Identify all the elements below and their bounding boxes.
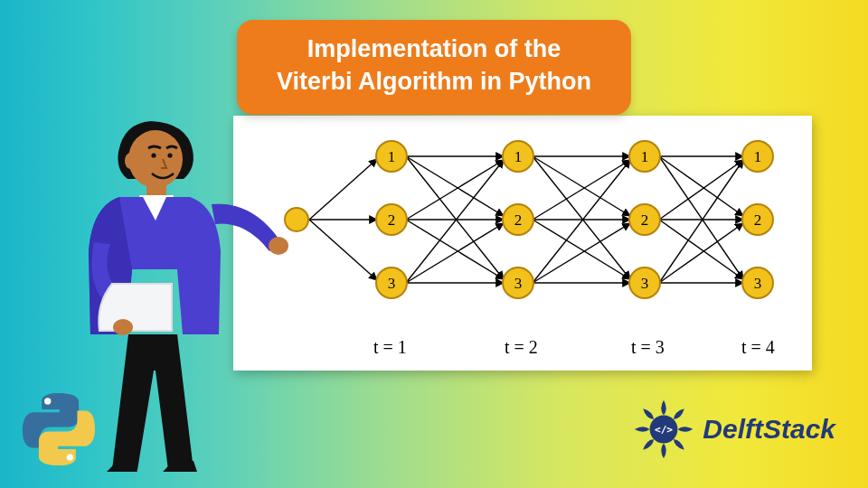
trellis-col-3: 1 2 3 xyxy=(629,141,660,298)
svg-line-27 xyxy=(659,160,743,283)
svg-text:1: 1 xyxy=(754,148,762,165)
svg-line-8 xyxy=(406,220,504,279)
svg-line-0 xyxy=(309,159,377,220)
svg-text:3: 3 xyxy=(754,275,762,292)
svg-point-57 xyxy=(151,153,156,157)
svg-point-62 xyxy=(44,398,51,404)
svg-line-17 xyxy=(533,220,630,279)
svg-line-9 xyxy=(406,160,504,283)
svg-text:1: 1 xyxy=(641,148,649,165)
svg-text:2: 2 xyxy=(754,211,762,229)
svg-point-55 xyxy=(128,130,183,188)
svg-text:1: 1 xyxy=(388,148,396,165)
delftstack-logo: </> DelftStack xyxy=(632,398,835,461)
svg-point-61 xyxy=(113,319,133,335)
trellis-col-1: 1 2 3 xyxy=(376,141,407,298)
title-banner: Implementation of the Viterbi Algorithm … xyxy=(237,20,631,115)
trellis-board: 1 2 3 1 2 3 1 2 3 1 2 3 t = 1 t = 2 t = … xyxy=(233,116,812,371)
svg-line-4 xyxy=(406,156,504,216)
svg-line-23 xyxy=(659,156,743,279)
svg-line-24 xyxy=(659,160,743,220)
svg-line-22 xyxy=(659,156,743,216)
svg-line-18 xyxy=(533,160,630,283)
svg-point-58 xyxy=(167,153,172,157)
time-label-3: t = 3 xyxy=(631,337,665,358)
svg-line-10 xyxy=(406,223,504,283)
svg-text:2: 2 xyxy=(388,211,396,229)
svg-line-6 xyxy=(406,160,504,220)
svg-line-5 xyxy=(406,156,504,279)
presenter-illustration xyxy=(65,107,300,482)
svg-text:2: 2 xyxy=(641,211,649,229)
time-label-1: t = 1 xyxy=(373,337,407,358)
svg-line-15 xyxy=(533,160,630,220)
svg-line-19 xyxy=(533,223,630,283)
svg-text:3: 3 xyxy=(388,275,396,292)
svg-rect-59 xyxy=(146,184,166,197)
brand-name: DelftStack xyxy=(703,414,835,445)
title-line-1: Implementation of the xyxy=(307,35,561,62)
svg-line-2 xyxy=(309,220,377,280)
time-label-4: t = 4 xyxy=(741,337,775,358)
svg-point-56 xyxy=(125,153,136,169)
svg-text:3: 3 xyxy=(641,275,649,292)
trellis-col-4: 1 2 3 xyxy=(742,141,773,298)
svg-text:3: 3 xyxy=(514,275,523,292)
svg-point-60 xyxy=(269,237,288,255)
svg-line-14 xyxy=(533,156,630,279)
title-line-2: Viterbi Algorithm in Python xyxy=(277,68,591,95)
svg-text:2: 2 xyxy=(514,211,523,229)
svg-line-28 xyxy=(659,223,743,283)
delftstack-icon: </> xyxy=(632,398,695,461)
svg-line-13 xyxy=(533,156,630,216)
svg-text:</>: </> xyxy=(655,424,673,436)
trellis-col-2: 1 2 3 xyxy=(503,141,533,298)
time-label-2: t = 2 xyxy=(505,337,538,358)
svg-text:1: 1 xyxy=(514,148,523,165)
svg-line-26 xyxy=(659,220,743,279)
trellis-diagram: 1 2 3 1 2 3 1 2 3 1 2 3 xyxy=(233,116,812,371)
